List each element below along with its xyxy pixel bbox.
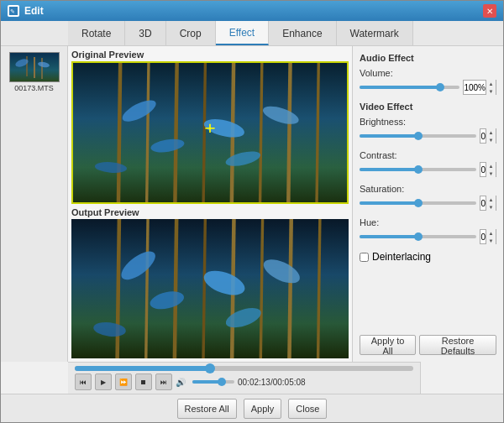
contrast-up-button[interactable]: ▲ (486, 162, 496, 170)
svg-line-9 (118, 63, 120, 202)
apply-to-all-button[interactable]: Apply to All (360, 335, 416, 355)
saturation-slider-row: 0 ▲ ▼ (360, 196, 496, 211)
window-title: Edit (24, 5, 44, 17)
saturation-spinner[interactable]: 0 ▲ ▼ (480, 196, 496, 211)
saturation-slider[interactable] (360, 201, 476, 205)
brightness-slider[interactable] (360, 134, 476, 138)
svg-line-28 (175, 219, 176, 358)
close-button[interactable]: Close (288, 399, 327, 419)
file-name: 00173.MTS (14, 84, 54, 92)
tab-watermark[interactable]: Watermark (337, 21, 413, 45)
original-preview (71, 61, 349, 204)
saturation-up-button[interactable]: ▲ (486, 196, 496, 203)
skip-back-button[interactable]: ⏮ (75, 373, 92, 390)
volume-down-button[interactable]: ▼ (486, 87, 496, 95)
contrast-spinner-arrows[interactable]: ▲ ▼ (486, 162, 496, 177)
output-section (71, 219, 349, 358)
saturation-row: Saturation: 0 ▲ ▼ (360, 184, 496, 211)
svg-line-10 (147, 63, 149, 202)
hue-slider[interactable] (360, 235, 476, 238)
svg-line-15 (288, 63, 290, 202)
deinterlacing-checkbox[interactable] (360, 253, 369, 262)
svg-line-29 (203, 219, 205, 358)
hue-label: Hue: (360, 217, 496, 227)
brightness-slider-row: 0 ▲ ▼ (360, 128, 496, 144)
hue-up-button[interactable]: ▲ (486, 229, 496, 237)
hue-slider-row: 0 ▲ ▼ (360, 229, 496, 244)
tab-crop[interactable]: Crop (166, 21, 216, 45)
volume-up-button[interactable]: ▲ (486, 80, 496, 87)
tab-3d[interactable]: 3D (125, 21, 165, 45)
hue-row: Hue: 0 ▲ ▼ (360, 217, 496, 244)
skip-end-button[interactable]: ⏭ (155, 373, 172, 390)
volume-row: Volume: 100% ▲ ▼ (360, 68, 496, 95)
volume-spinner-arrows[interactable]: ▲ ▼ (486, 80, 496, 95)
play-button[interactable]: ▶ (95, 373, 112, 390)
app-icon: ✎ (8, 5, 19, 17)
contrast-row: Contrast: 0 ▲ ▼ (360, 150, 496, 177)
svg-line-32 (289, 219, 291, 358)
fast-forward-button[interactable]: ⏩ (115, 373, 132, 390)
restore-defaults-button[interactable]: Restore Defaults (419, 335, 496, 355)
right-panel: Audio Effect Volume: 100% ▲ ▼ (352, 46, 503, 362)
audio-effect-title: Audio Effect (360, 53, 496, 63)
saturation-down-button[interactable]: ▼ (486, 203, 496, 211)
hue-spinner-arrows[interactable]: ▲ ▼ (486, 229, 496, 244)
deinterlacing-row: Deinterlacing (360, 251, 496, 263)
volume-slider-row: 100% ▲ ▼ (360, 80, 496, 95)
stop-button[interactable]: ⏹ (135, 373, 152, 390)
volume-value: 100% (464, 83, 486, 92)
svg-line-14 (260, 63, 262, 202)
apply-button[interactable]: Apply (244, 399, 282, 419)
progress-bar[interactable] (75, 366, 413, 371)
tab-enhance[interactable]: Enhance (269, 21, 336, 45)
title-bar: ✎ Edit ✕ (1, 1, 503, 21)
title-bar-left: ✎ Edit (8, 5, 44, 17)
saturation-label: Saturation: (360, 184, 496, 194)
contrast-down-button[interactable]: ▼ (486, 170, 496, 177)
hue-down-button[interactable]: ▼ (486, 237, 496, 244)
volume-spinner[interactable]: 100% ▲ ▼ (463, 80, 496, 95)
svg-line-16 (317, 63, 318, 202)
contrast-slider[interactable] (360, 168, 476, 171)
brightness-up-button[interactable]: ▲ (486, 128, 496, 136)
tab-effect[interactable]: Effect (216, 21, 269, 45)
hue-spinner[interactable]: 0 ▲ ▼ (480, 229, 496, 244)
brightness-row: Brightness: 0 ▲ ▼ (360, 117, 496, 144)
volume-icon: 🔊 (176, 378, 186, 387)
brightness-spinner[interactable]: 0 ▲ ▼ (480, 128, 496, 144)
file-list-panel: 00173.MTS (1, 46, 68, 362)
volume-slider[interactable] (360, 86, 459, 89)
close-window-button[interactable]: ✕ (483, 4, 496, 18)
svg-rect-25 (71, 219, 349, 358)
tab-bar: Rotate 3D Crop Effect Enhance Watermark (1, 21, 503, 46)
content-area: 00173.MTS Original Preview (1, 46, 503, 362)
deinterlacing-label: Deinterlacing (372, 251, 431, 263)
contrast-spinner[interactable]: 0 ▲ ▼ (480, 162, 496, 177)
edit-window: ✎ Edit ✕ Rotate 3D Crop Effect Enhance W… (0, 0, 504, 423)
svg-line-31 (260, 219, 262, 358)
brightness-spinner-arrows[interactable]: ▲ ▼ (486, 128, 496, 144)
svg-text:✎: ✎ (10, 8, 15, 14)
video-effect-title: Video Effect (360, 102, 496, 112)
output-preview-label: Output Preview (71, 207, 349, 217)
contrast-slider-row: 0 ▲ ▼ (360, 162, 496, 177)
restore-all-button[interactable]: Restore All (177, 399, 237, 419)
svg-line-26 (118, 219, 119, 358)
tab-rotate[interactable]: Rotate (68, 21, 125, 45)
brightness-label: Brightness: (360, 117, 496, 127)
svg-line-11 (175, 63, 176, 202)
file-thumbnail (9, 52, 60, 82)
main-preview: Original Preview (68, 46, 352, 362)
saturation-spinner-arrows[interactable]: ▲ ▼ (486, 196, 496, 211)
output-preview (71, 219, 349, 358)
original-preview-label: Original Preview (71, 50, 349, 60)
bottom-bar: Restore All Apply Close (1, 394, 503, 422)
svg-line-33 (318, 219, 320, 358)
svg-line-27 (146, 219, 148, 358)
volume-bar[interactable] (192, 380, 234, 384)
file-item[interactable]: 00173.MTS (4, 50, 64, 95)
brightness-down-button[interactable]: ▼ (486, 136, 496, 144)
right-bottom-buttons: Apply to All Restore Defaults (360, 328, 496, 355)
svg-line-12 (203, 63, 205, 202)
